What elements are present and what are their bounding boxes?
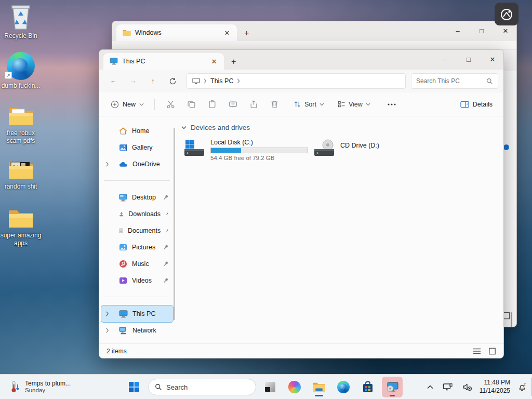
- sort-button[interactable]: Sort: [289, 97, 329, 111]
- sidebar-item-home[interactable]: Home: [101, 123, 173, 139]
- pin-icon: [165, 228, 169, 234]
- notification-bell-icon[interactable]: z: [515, 380, 529, 394]
- sidebar-item-desktop[interactable]: Desktop: [101, 189, 173, 206]
- music-icon: [119, 260, 127, 268]
- items-count: 2 items: [107, 348, 127, 355]
- maximize-button[interactable]: □: [474, 24, 489, 37]
- minimize-button[interactable]: –: [450, 24, 466, 37]
- ethernet-icon: [443, 383, 453, 392]
- sidebar-item-onedrive[interactable]: OneDrive: [101, 156, 173, 172]
- downloads-icon: [119, 210, 124, 218]
- list-view-toggle[interactable]: [473, 348, 481, 355]
- sidebar-item-documents[interactable]: Documents: [101, 222, 173, 239]
- edge-button[interactable]: [333, 377, 354, 397]
- drive-item-cd-drive-d[interactable]: CD Drive (D:): [311, 137, 382, 163]
- sidebar-item-this-pc[interactable]: This PC: [101, 305, 173, 322]
- copilot-icon: [288, 381, 301, 393]
- thumbnail-view-toggle[interactable]: [488, 348, 496, 355]
- drive-item-local-disk-c[interactable]: Local Disk (C:) 54.4 GB free of 79.2 GB: [181, 137, 311, 163]
- cut-button[interactable]: [160, 96, 181, 113]
- network-icon: [119, 327, 128, 335]
- close-button[interactable]: ✕: [485, 53, 500, 65]
- sidebar-item-gallery[interactable]: Gallery: [101, 139, 173, 156]
- this-pc-tab[interactable]: This PC ✕: [103, 53, 224, 70]
- new-tab-button[interactable]: +: [231, 57, 236, 66]
- sidebar-item-downloads[interactable]: Downloads: [101, 206, 173, 222]
- new-button[interactable]: New: [105, 97, 149, 112]
- forward-button[interactable]: →: [124, 73, 142, 89]
- maximize-button[interactable]: □: [461, 53, 476, 65]
- sidebar-item-videos[interactable]: Videos: [101, 272, 173, 289]
- copy-button[interactable]: [181, 96, 202, 113]
- view-button[interactable]: View: [333, 97, 375, 111]
- file-explorer-icon: [312, 381, 326, 393]
- more-options-button[interactable]: [381, 96, 402, 113]
- share-button[interactable]: [243, 96, 264, 113]
- do-not-disturb-bell-icon: z: [517, 382, 527, 392]
- network-tray-icon[interactable]: [441, 381, 455, 394]
- collapse-chevron-icon[interactable]: [181, 126, 187, 129]
- running-indicator: [390, 395, 395, 396]
- active-disc-app-button[interactable]: [382, 377, 403, 397]
- tab-close-button[interactable]: ✕: [222, 28, 232, 37]
- copy-icon: [187, 100, 196, 109]
- desktop-icon-label: Recycle Bin: [4, 32, 37, 40]
- refresh-button[interactable]: [164, 73, 181, 89]
- new-tab-button[interactable]: +: [244, 29, 249, 38]
- expand-chevron-icon[interactable]: [105, 162, 109, 167]
- desktop-icon-edge-shortcut[interactable]: ↗ dumb fuckin...: [0, 52, 42, 90]
- tray-overflow-chevron[interactable]: [425, 383, 435, 391]
- rename-button[interactable]: [222, 96, 243, 113]
- pin-icon: [163, 194, 169, 201]
- this-pc-monitor-icon: [110, 58, 118, 65]
- expand-chevron-icon[interactable]: [105, 328, 109, 333]
- close-button[interactable]: ✕: [498, 24, 513, 37]
- drive-free-space: 54.4 GB free of 79.2 GB: [210, 155, 308, 161]
- onedrive-status-icon: [503, 144, 509, 150]
- up-button[interactable]: ↑: [144, 73, 162, 89]
- weather-thermometer-icon: [9, 380, 21, 394]
- explorer-window-this-pc[interactable]: This PC ✕ + – □ ✕ ← → ↑ This PC: [99, 49, 504, 358]
- desktop-icon-super-amazing-apps-folder[interactable]: super amazing apps: [0, 208, 42, 247]
- front-window-tabstrip: This PC ✕ + – □ ✕: [99, 50, 503, 70]
- tray-clock[interactable]: 11:48 PM 11/14/2025: [480, 379, 510, 395]
- file-explorer-button[interactable]: [309, 377, 329, 397]
- minimize-button[interactable]: –: [437, 53, 453, 65]
- sort-icon: [294, 100, 301, 108]
- desktop-icon-free-robux-folder[interactable]: free robux scam pdfs: [0, 105, 42, 145]
- widget-subtext: Sunday: [25, 387, 71, 394]
- desktop-icon-recycle-bin[interactable]: Recycle Bin: [0, 4, 42, 40]
- drive-name: CD Drive (D:): [340, 142, 379, 149]
- taskbar-search[interactable]: Search: [148, 379, 256, 395]
- details-button[interactable]: Details: [456, 98, 497, 111]
- sidebar-item-pictures[interactable]: Pictures: [101, 239, 173, 256]
- taskbar-search-placeholder: Search: [166, 383, 188, 391]
- new-button-label: New: [123, 101, 136, 108]
- expand-chevron-icon[interactable]: [105, 311, 109, 316]
- volume-muted-tray-icon[interactable]: [460, 381, 474, 393]
- back-window-scrollbar[interactable]: [511, 312, 512, 327]
- paste-button[interactable]: [202, 96, 222, 113]
- address-input[interactable]: This PC: [187, 73, 406, 89]
- start-button[interactable]: [124, 377, 144, 397]
- delete-button[interactable]: [264, 96, 285, 113]
- share-icon: [249, 100, 258, 109]
- search-input[interactable]: Search This PC: [411, 73, 498, 89]
- videos-icon: [119, 276, 127, 285]
- taskbar: Temps to plum... Sunday Search: [0, 374, 532, 399]
- store-icon: [362, 381, 374, 393]
- copilot-button[interactable]: [284, 377, 305, 397]
- devices-and-drives-group[interactable]: Devices and drives: [181, 124, 503, 131]
- back-button[interactable]: ←: [104, 73, 122, 89]
- microsoft-store-button[interactable]: [357, 377, 378, 397]
- desktop-icon-random-shit-folder[interactable]: random shit: [0, 159, 42, 191]
- back-window-tab[interactable]: Windows ✕: [116, 24, 237, 41]
- folder-icon: [8, 159, 34, 181]
- sidebar-item-music[interactable]: Music: [101, 256, 173, 272]
- shortcut-arrow-overlay: ↗: [5, 72, 12, 79]
- tab-close-button[interactable]: ✕: [209, 57, 219, 66]
- widgets-button[interactable]: Temps to plum... Sunday: [5, 375, 75, 399]
- breadcrumb-this-pc[interactable]: This PC: [210, 77, 233, 85]
- task-view-button[interactable]: [260, 377, 281, 397]
- sidebar-item-network[interactable]: Network: [101, 322, 173, 339]
